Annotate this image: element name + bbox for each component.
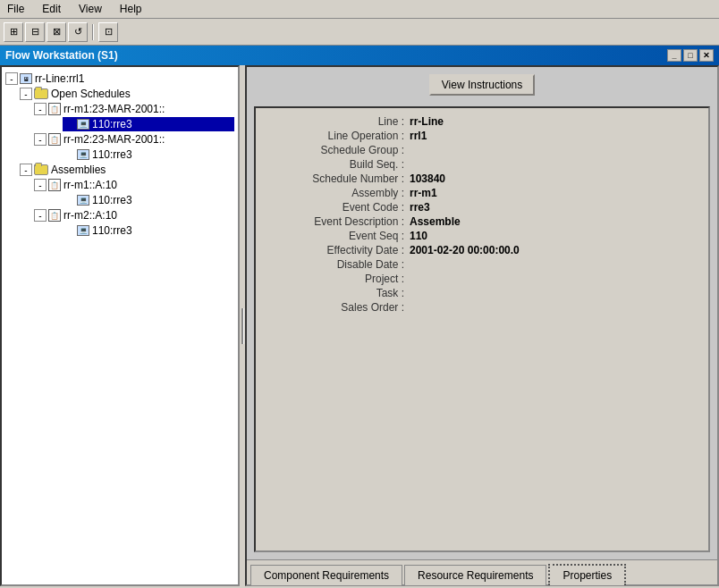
- menu-help[interactable]: Help: [116, 2, 146, 16]
- item-icon-4: 💻: [77, 225, 89, 236]
- tree-root-node: - 🖥 rr-Line:rrl1 - Open Schedules - 📋 rr…: [5, 71, 234, 238]
- tree-node-assemblies: - Assemblies - 📋 rr-m1::A:10 💻: [20, 163, 234, 238]
- root-icon: 🖥: [20, 73, 32, 84]
- tree-row-assemblies[interactable]: - Assemblies: [20, 163, 234, 177]
- tree-expander-m2-a10[interactable]: -: [34, 209, 47, 222]
- tree-row-110-rre3-2[interactable]: 💻 110:rre3: [63, 147, 234, 162]
- tree-label-110-rre3-4: 110:rre3: [92, 224, 132, 237]
- field-row-task: Task :: [266, 287, 698, 299]
- window-minimize-btn[interactable]: _: [667, 49, 681, 62]
- sched-icon-m1: 📋: [48, 103, 61, 115]
- field-value-event-description: Assemble: [410, 215, 461, 228]
- sched-icon-m2-a10: 📋: [48, 209, 61, 222]
- field-row-disable-date: Disable Date :: [266, 258, 698, 271]
- field-label-project: Project :: [266, 273, 410, 285]
- tree-expander-m1-23mar[interactable]: -: [34, 103, 47, 115]
- tree-row-m1-23mar[interactable]: - 📋 rr-m1:23-MAR-2001::: [34, 102, 234, 116]
- tree-row-110-rre3-1[interactable]: 💻 110:rre3: [63, 117, 234, 131]
- menu-file[interactable]: File: [4, 2, 28, 16]
- field-label-event-seq: Event Seq :: [266, 230, 410, 242]
- window-close-btn[interactable]: ✕: [699, 49, 714, 62]
- tree-label-m1-23mar: rr-m1:23-MAR-2001::: [63, 103, 165, 115]
- toolbar-btn-2[interactable]: ⊟: [25, 22, 45, 42]
- field-label-sales-order: Sales Order :: [266, 301, 410, 314]
- window-controls: _ □ ✕: [667, 49, 714, 62]
- toolbar-btn-3[interactable]: ⊠: [47, 22, 66, 42]
- field-label-schedule-group: Schedule Group :: [266, 144, 410, 156]
- field-value-event-seq: 110: [410, 230, 427, 242]
- field-row-event-code: Event Code : rre3: [266, 201, 698, 214]
- field-label-schedule-number: Schedule Number :: [266, 172, 410, 185]
- tree-node-open-schedules: - Open Schedules - 📋 rr-m1:23-MAR-2001::: [20, 87, 234, 162]
- tree-label-110-rre3-3: 110:rre3: [92, 194, 132, 206]
- detail-content: View Instructions Line : rr-Line Line Op…: [247, 67, 717, 559]
- tree-label-110-rre3-1: 110:rre3: [92, 118, 132, 130]
- tab-properties[interactable]: Properties: [548, 564, 626, 585]
- tree-node-110-rre3-1: 💻 110:rre3: [63, 117, 234, 131]
- field-row-project: Project :: [266, 273, 698, 285]
- menu-bar: File Edit View Help: [0, 0, 719, 19]
- field-label-event-code: Event Code :: [266, 201, 410, 214]
- tab-resource-requirements[interactable]: Resource Requirements: [404, 565, 546, 585]
- field-value-event-code: rre3: [410, 201, 430, 214]
- detail-fields-container: Line : rr-Line Line Operation : rrl1 Sch…: [254, 106, 710, 552]
- toolbar-btn-4[interactable]: ↺: [68, 22, 88, 42]
- field-value-line: rr-Line: [410, 115, 444, 128]
- detail-panel: View Instructions Line : rr-Line Line Op…: [245, 65, 719, 586]
- toolbar-btn-5[interactable]: ⊡: [98, 22, 118, 42]
- field-row-schedule-group: Schedule Group :: [266, 144, 698, 156]
- tree-row-110-rre3-3[interactable]: 💻 110:rre3: [63, 193, 234, 207]
- tree-row-110-rre3-4[interactable]: 💻 110:rre3: [63, 223, 234, 238]
- window-title-bar: Flow Workstation (S1) _ □ ✕: [0, 46, 719, 65]
- tree-row-m2-23mar[interactable]: - 📋 rr-m2:23-MAR-2001::: [34, 132, 234, 147]
- tab-component-requirements[interactable]: Component Requirements: [250, 565, 402, 585]
- tree-row-open-schedules[interactable]: - Open Schedules: [20, 87, 234, 101]
- field-row-event-seq: Event Seq : 110: [266, 230, 698, 242]
- tree-label-110-rre3-2: 110:rre3: [92, 148, 132, 161]
- tree-expander-m2-23mar[interactable]: -: [34, 133, 47, 146]
- tree-node-m1-23mar: - 📋 rr-m1:23-MAR-2001:: 💻 110:rre3: [34, 102, 234, 131]
- field-row-event-description: Event Description : Assemble: [266, 215, 698, 228]
- field-row-line-operation: Line Operation : rrl1: [266, 130, 698, 142]
- field-label-event-description: Event Description :: [266, 215, 410, 228]
- window-title: Flow Workstation (S1): [5, 49, 118, 62]
- menu-view[interactable]: View: [75, 2, 106, 16]
- tree-label-assemblies: Assemblies: [51, 164, 106, 176]
- tree-expander-m1-a10[interactable]: -: [34, 179, 47, 191]
- tree-label-root: rr-Line:rrl1: [35, 72, 84, 85]
- field-label-task: Task :: [266, 287, 410, 299]
- tree-node-m1-a10: - 📋 rr-m1::A:10 💻 110:rre3: [34, 178, 234, 207]
- tree-label-m2-23mar: rr-m2:23-MAR-2001::: [63, 133, 165, 146]
- tree-row-root[interactable]: - 🖥 rr-Line:rrl1: [5, 71, 234, 86]
- tree-node-110-rre3-3: 💻 110:rre3: [63, 193, 234, 207]
- toolbar-btn-1[interactable]: ⊞: [4, 22, 23, 42]
- field-row-line: Line : rr-Line: [266, 115, 698, 128]
- field-row-assembly: Assembly : rr-m1: [266, 187, 698, 199]
- folder-icon-assemblies: [34, 164, 48, 175]
- window-restore-btn[interactable]: □: [683, 49, 698, 62]
- tree-node-m2-23mar: - 📋 rr-m2:23-MAR-2001:: 💻 110:rre3: [34, 132, 234, 162]
- sched-icon-m2: 📋: [48, 133, 61, 146]
- tree-expander-root[interactable]: -: [5, 72, 18, 85]
- field-label-effectivity-date: Effectivity Date :: [266, 244, 410, 256]
- tree-node-m2-a10: - 📋 rr-m2::A:10 💻 110:rre3: [34, 208, 234, 238]
- menu-edit[interactable]: Edit: [38, 2, 64, 16]
- view-instructions-button[interactable]: View Instructions: [429, 74, 536, 96]
- tree-row-m1-a10[interactable]: - 📋 rr-m1::A:10: [34, 178, 234, 192]
- folder-icon-open-schedules: [34, 88, 48, 99]
- field-label-disable-date: Disable Date :: [266, 258, 410, 271]
- toolbar: ⊞ ⊟ ⊠ ↺ ⊡: [0, 19, 719, 46]
- item-icon-3: 💻: [77, 195, 89, 206]
- tree-label-m1-a10: rr-m1::A:10: [63, 179, 117, 191]
- main-content: - 🖥 rr-Line:rrl1 - Open Schedules - 📋 rr…: [0, 65, 719, 586]
- toolbar-separator: [92, 24, 94, 40]
- tree-row-m2-a10[interactable]: - 📋 rr-m2::A:10: [34, 208, 234, 223]
- field-label-assembly: Assembly :: [266, 187, 410, 199]
- field-value-assembly: rr-m1: [410, 187, 437, 199]
- tree-expander-assemblies[interactable]: -: [20, 164, 32, 176]
- field-row-build-seq: Build Seq. :: [266, 158, 698, 171]
- tree-panel[interactable]: - 🖥 rr-Line:rrl1 - Open Schedules - 📋 rr…: [0, 65, 240, 586]
- field-value-line-operation: rrl1: [410, 130, 427, 142]
- tree-expander-open-schedules[interactable]: -: [20, 88, 32, 100]
- item-icon-2: 💻: [77, 149, 89, 160]
